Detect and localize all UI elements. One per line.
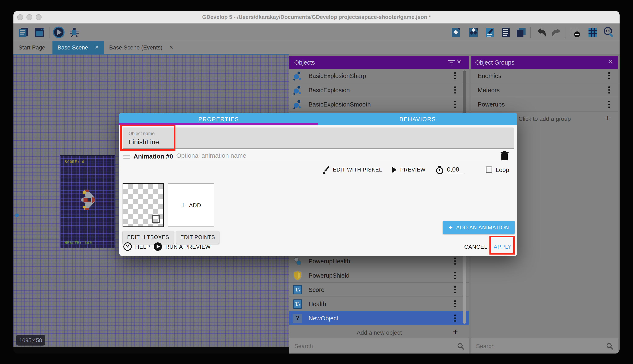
cancel-button[interactable]: CANCEL xyxy=(464,244,487,250)
group-row[interactable]: Meteors xyxy=(471,83,618,97)
tab-base-scene[interactable]: Base Scene ✕ xyxy=(53,41,104,54)
filter-icon[interactable] xyxy=(448,60,455,66)
group-row[interactable]: Enemies xyxy=(471,69,618,83)
row-menu-icon[interactable] xyxy=(454,258,456,264)
debug-bug-icon[interactable] xyxy=(68,26,80,38)
redo-icon[interactable] xyxy=(550,26,562,38)
edit-with-piskel-button[interactable]: EDIT WITH PISKEL xyxy=(322,166,382,174)
loop-checkbox[interactable] xyxy=(486,166,492,173)
frame-inner-marker xyxy=(152,215,160,223)
annotation-object-name xyxy=(120,124,175,151)
undo-icon[interactable] xyxy=(536,26,547,38)
start-page-icon[interactable] xyxy=(34,26,45,38)
screenshot-stage: GDevelop 5 - /Users/dkarakay/Documents/G… xyxy=(0,0,633,364)
toolbar-separator xyxy=(565,27,565,38)
loop-label: Loop xyxy=(496,166,509,173)
object-row-selected[interactable]: ? NewObject xyxy=(289,311,469,326)
time-between-frames-input[interactable] xyxy=(447,166,465,174)
row-menu-icon[interactable] xyxy=(608,72,610,79)
loop-toggle[interactable]: Loop xyxy=(486,166,509,173)
help-icon[interactable]: ? xyxy=(123,242,132,251)
zoom-1-1-icon[interactable]: 1:1 xyxy=(603,26,614,38)
preview-button[interactable]: PREVIEW xyxy=(392,167,426,173)
project-manager-icon[interactable] xyxy=(18,26,29,38)
close-tab-icon[interactable]: ✕ xyxy=(169,44,173,50)
annotation-apply xyxy=(489,236,515,254)
add-object-row[interactable]: Add a new object + xyxy=(289,326,469,340)
canvas-scroll-dot[interactable] xyxy=(15,214,19,217)
explosion-icon xyxy=(292,71,303,81)
unknown-object-icon: ? xyxy=(292,313,303,323)
row-menu-icon[interactable] xyxy=(608,86,610,94)
row-menu-icon[interactable] xyxy=(454,72,456,79)
objects-search-row xyxy=(289,338,469,354)
main-toolbar: 1:1 xyxy=(14,24,619,41)
play-preview-icon[interactable] xyxy=(53,26,65,38)
add-animation-button[interactable]: + ADD AN ANIMATION xyxy=(443,221,515,234)
health-pill-icon xyxy=(292,256,303,266)
timer-icon xyxy=(436,166,444,174)
player-ship-sprite[interactable] xyxy=(81,190,95,210)
cursor-coordinates: 1095;458 xyxy=(16,335,45,346)
tab-start-page[interactable]: Start Page xyxy=(19,41,45,54)
groups-panel-header: Object Groups ✕ xyxy=(471,56,618,69)
delete-animation-icon[interactable] xyxy=(500,151,509,160)
search-icon xyxy=(606,342,613,350)
animation-actions-row: EDIT WITH PISKEL PREVIEW Loop xyxy=(322,164,515,175)
row-menu-icon[interactable] xyxy=(608,101,610,108)
toggle-mask-icon[interactable] xyxy=(569,26,581,38)
grid-icon[interactable] xyxy=(587,26,598,38)
add-plus-icon: + xyxy=(181,200,186,210)
row-menu-icon[interactable] xyxy=(454,314,456,322)
groups-search-input[interactable] xyxy=(476,342,606,349)
drag-handle-icon[interactable] xyxy=(123,158,130,159)
row-menu-icon[interactable] xyxy=(454,286,456,293)
close-panel-icon[interactable]: ✕ xyxy=(457,59,461,65)
objects-search-input[interactable] xyxy=(294,342,457,349)
health-label: HEALTH: 100 xyxy=(65,241,92,245)
frame-thumbnail[interactable] xyxy=(123,183,164,227)
row-menu-icon[interactable] xyxy=(454,272,456,279)
object-name-field[interactable]: Object name xyxy=(123,128,514,149)
add-frame-button[interactable]: + ADD xyxy=(168,183,214,227)
objects-panel-header: Objects ✕ xyxy=(289,56,469,69)
play-icon xyxy=(392,167,397,173)
objects-list-icon[interactable] xyxy=(450,26,462,38)
drag-handle-icon[interactable] xyxy=(123,155,130,156)
animation-name-input[interactable] xyxy=(176,152,510,161)
tab-base-scene-events[interactable]: Base Scene (Events) ✕ xyxy=(109,41,173,54)
properties-editor-icon[interactable] xyxy=(484,26,496,38)
run-preview-button[interactable]: RUN A PREVIEW xyxy=(165,244,211,250)
instances-list-icon[interactable] xyxy=(500,26,512,38)
close-panel-icon[interactable]: ✕ xyxy=(608,59,613,65)
dialog-footer: ? HELP RUN A PREVIEW CANCEL APPLY xyxy=(119,239,517,256)
row-menu-icon[interactable] xyxy=(454,101,456,108)
object-row[interactable]: PowerupHealth xyxy=(289,254,469,268)
help-button[interactable]: HELP xyxy=(135,244,150,250)
groups-search-row xyxy=(471,338,618,354)
object-groups-icon[interactable] xyxy=(468,26,479,38)
score-label: SCORE: 0 xyxy=(65,160,85,164)
row-menu-icon[interactable] xyxy=(454,300,456,308)
object-row[interactable]: BasicExplosion xyxy=(289,83,469,97)
tab-behaviors[interactable]: BEHAVIORS xyxy=(318,113,517,125)
brush-icon xyxy=(322,166,330,174)
object-row[interactable]: Tx Health xyxy=(289,297,469,311)
object-editor-dialog: PROPERTIES BEHAVIORS Object name Animati… xyxy=(119,113,517,256)
object-row[interactable]: PowerupShield xyxy=(289,268,469,283)
explosion-icon xyxy=(292,85,303,95)
run-preview-icon[interactable] xyxy=(154,242,162,251)
close-tab-icon[interactable]: ✕ xyxy=(95,44,99,50)
game-preview-area[interactable]: SCORE: 0 HEALTH: 100 xyxy=(60,155,115,248)
toolbar-separator xyxy=(50,27,50,38)
row-menu-icon[interactable] xyxy=(454,86,456,94)
add-plus-icon: + xyxy=(605,113,610,123)
tab-bar: Start Page Base Scene ✕ Base Scene (Even… xyxy=(14,41,619,54)
object-row[interactable]: BasicExplosionSmooth xyxy=(289,97,469,112)
layers-icon[interactable] xyxy=(515,26,527,38)
object-row[interactable]: BasicExplosionSharp xyxy=(289,69,469,83)
animation-label: Animation #0 xyxy=(134,153,173,160)
group-row[interactable]: Powerups xyxy=(471,97,618,112)
add-plus-icon: + xyxy=(449,223,453,232)
object-row[interactable]: Tx Score xyxy=(289,283,469,297)
